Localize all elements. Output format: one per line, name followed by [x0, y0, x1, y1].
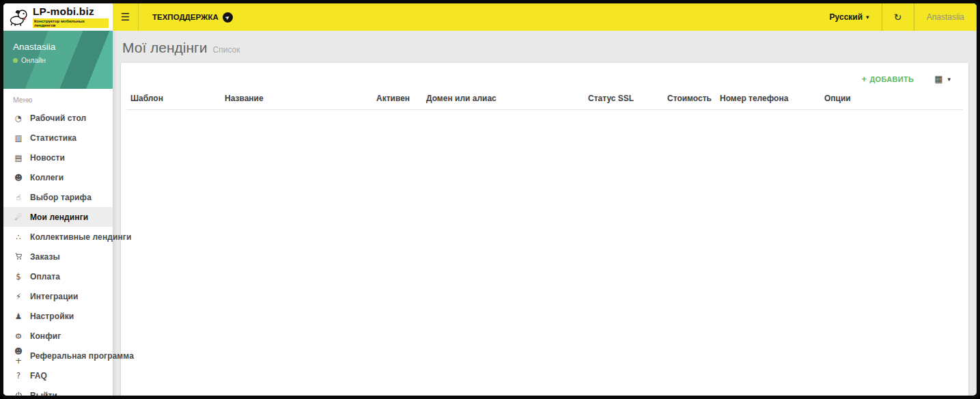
menu-section-label: Меню: [3, 89, 113, 108]
columns-dropdown-button[interactable]: ▦ ▾: [934, 74, 951, 84]
share-icon: ∴: [13, 232, 24, 242]
page-header: Мої лендінги Список: [122, 40, 968, 56]
landings-card: + ДОБАВИТЬ ▦ ▾ ШаблонНазваниеАктивенДоме…: [121, 63, 968, 399]
sidebar-item-label: Мои лендинги: [30, 212, 88, 222]
column-header: Номер телефона: [716, 94, 820, 103]
sidebar-item-desktop[interactable]: ◔ Рабочий стол: [3, 108, 113, 128]
card-toolbar: + ДОБАВИТЬ ▦ ▾: [126, 63, 963, 90]
page-title: Мої лендінги: [122, 40, 208, 56]
cart-icon: [13, 253, 24, 260]
rocket-icon: ☄: [13, 212, 24, 222]
refresh-icon: ↻: [894, 12, 902, 23]
sidebar: Anastasiia Онлайн Меню ◔ Рабочий стол ▥ …: [3, 31, 113, 399]
brand-name: LP-mobi.biz: [33, 6, 109, 17]
add-landing-button[interactable]: + ДОБАВИТЬ: [862, 74, 914, 84]
dog-logo-icon: [8, 8, 29, 27]
column-header: Шаблон: [126, 94, 221, 103]
sidebar-item-logout[interactable]: Выйти: [3, 385, 113, 399]
plus-icon: +: [862, 74, 867, 84]
hamburger-icon: ☰: [121, 11, 130, 23]
brand-tagline: Конструктор мобильных лендингов: [33, 18, 109, 28]
column-header: Активен: [372, 94, 422, 103]
online-dot-icon: [13, 58, 18, 63]
column-header: Статус SSL: [584, 94, 663, 103]
user-icon: ♟: [13, 312, 24, 321]
sidebar-item-statistics[interactable]: ▥ Статистика: [3, 128, 113, 148]
sidebar-item-label: Оплата: [30, 272, 60, 281]
sidebar-item-news[interactable]: ▤ Новости: [3, 148, 113, 167]
language-dropdown[interactable]: Русский ▾: [817, 3, 882, 31]
users-icon: ☻: [13, 173, 24, 182]
add-label: ДОБАВИТЬ: [869, 75, 914, 83]
sidebar-item-referral[interactable]: ☻+ Реферальная программа: [3, 346, 113, 366]
grid-icon: ▦: [934, 74, 942, 84]
chart-icon: ▥: [13, 133, 24, 143]
sidebar-item-label: Интеграции: [30, 292, 79, 301]
user-plus-icon: ☻+: [13, 346, 24, 366]
support-button[interactable]: ТЕХПОДДЕРЖКА ➤: [139, 3, 247, 31]
refresh-button[interactable]: ↻: [882, 3, 914, 31]
sidebar-item-label: Конфиг: [30, 331, 61, 341]
hamburger-menu-button[interactable]: ☰: [113, 3, 139, 31]
language-label: Русский: [830, 12, 863, 22]
online-status-label: Онлайн: [21, 57, 46, 64]
sidebar-item-colleagues[interactable]: ☻ Коллеги: [3, 167, 113, 187]
sidebar-user-status: Онлайн: [13, 57, 103, 64]
sidebar-user-name: Anastasiia: [13, 42, 103, 52]
column-header: Опции: [820, 94, 963, 103]
topbar: LP-mobi.biz Конструктор мобильных лендин…: [3, 3, 977, 31]
sidebar-item-label: Коллеги: [30, 173, 64, 182]
dollar-icon: $: [13, 272, 24, 281]
sidebar-item-tariff[interactable]: ☝ Выбор тарифа: [3, 187, 113, 207]
topbar-username[interactable]: Anastasiia: [914, 3, 977, 31]
sidebar-item-label: Статистика: [30, 133, 76, 143]
sidebar-item-orders[interactable]: Заказы: [3, 247, 113, 266]
sidebar-item-label: FAQ: [30, 371, 47, 381]
column-header: Название: [221, 94, 372, 103]
table-header-row: ШаблонНазваниеАктивенДомен или алиасСтат…: [126, 90, 963, 110]
sidebar-menu: ◔ Рабочий стол ▥ Статистика ▤ Новости ☻ …: [3, 108, 113, 399]
sidebar-item-integrations[interactable]: ⚡ Интеграции: [3, 286, 113, 306]
sidebar-item-label: Новости: [30, 153, 65, 163]
app-window: LP-mobi.biz Конструктор мобильных лендин…: [0, 0, 980, 399]
news-icon: ▤: [13, 153, 24, 163]
sidebar-item-settings[interactable]: ♟ Настройки: [3, 306, 113, 326]
sidebar-item-faq[interactable]: ? FAQ: [3, 366, 113, 385]
sidebar-item-my-landings[interactable]: ☄ Мои лендинги: [3, 207, 113, 227]
sidebar-item-label: Настройки: [30, 312, 74, 321]
sidebar-item-config[interactable]: ⚙ Конфиг: [3, 326, 113, 346]
logo[interactable]: LP-mobi.biz Конструктор мобильных лендин…: [3, 3, 113, 31]
sidebar-item-label: Заказы: [30, 252, 60, 262]
question-icon: ?: [13, 371, 24, 381]
hand-pointer-icon: ☝: [13, 193, 24, 202]
caret-down-icon: ▾: [866, 14, 869, 20]
sidebar-item-label: Реферальная программа: [30, 351, 134, 361]
telegram-icon: ➤: [223, 12, 233, 23]
gears-icon: ⚙: [13, 331, 24, 341]
page-subtitle: Список: [213, 45, 240, 55]
power-icon: [13, 391, 24, 399]
column-header: Стоимость: [663, 94, 716, 103]
telegram-icon: ➤: [224, 14, 231, 21]
sidebar-item-collective-landings[interactable]: ∴ Коллективные лендинги: [3, 227, 113, 247]
caret-down-icon: ▾: [947, 76, 951, 83]
main-content: Мої лендінги Список + ДОБАВИТЬ ▦ ▾ Шабло…: [113, 31, 977, 399]
sidebar-user-panel: Anastasiia Онлайн: [3, 31, 113, 89]
sidebar-item-label: Рабочий стол: [30, 113, 86, 123]
gauge-icon: ◔: [13, 113, 24, 123]
plug-icon: ⚡: [13, 292, 24, 301]
sidebar-item-label: Выбор тарифа: [30, 193, 92, 202]
sidebar-item-label: Коллективные лендинги: [30, 232, 131, 242]
column-header: Домен или алиас: [422, 94, 584, 103]
sidebar-item-payment[interactable]: $ Оплата: [3, 266, 113, 286]
sidebar-item-label: Выйти: [30, 391, 57, 399]
support-label: ТЕХПОДДЕРЖКА: [152, 13, 219, 21]
topbar-spacer: [247, 3, 817, 31]
